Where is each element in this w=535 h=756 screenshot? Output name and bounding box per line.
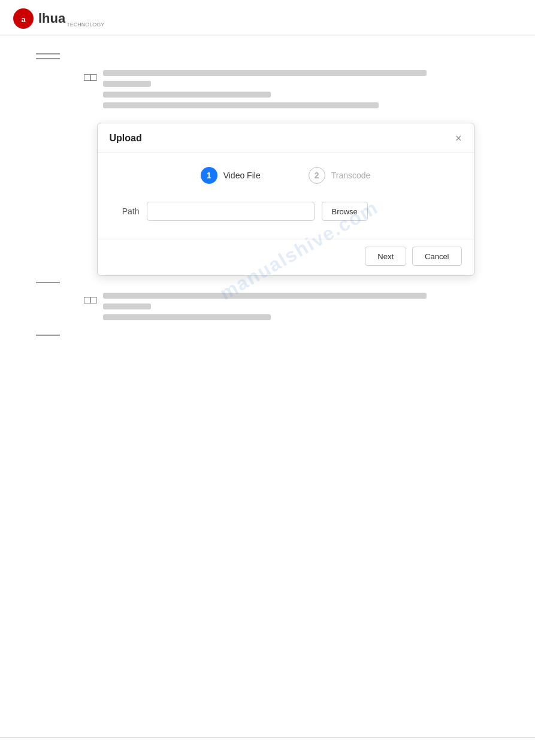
upload-dialog: Upload × 1 Video File 2 Transcode [97,123,474,276]
main-content: □□ Upload × 1 Video File [0,35,535,357]
step-1: 1 Video File [201,167,261,184]
logo-brand-text: lhua [38,11,65,26]
browse-button[interactable]: Browse [322,202,368,221]
text-line [103,293,427,299]
page-header: a lhua TECHNOLOGY [0,0,535,35]
steps-row: 1 Video File 2 Transcode [116,167,456,184]
svg-text:a: a [21,15,26,24]
text-line [103,314,271,320]
text-line [103,303,151,309]
note-icon-2: □□ [84,294,97,306]
separator-line-3 [36,282,499,283]
step-2-label: Transcode [331,171,371,180]
dialog-footer: Next Cancel [98,239,474,275]
note-icon-1: □□ [84,71,97,84]
next-button[interactable]: Next [365,247,406,266]
cancel-button[interactable]: Cancel [412,247,461,266]
path-row: Path Browse [116,202,456,221]
step-2-circle: 2 [309,167,325,184]
note-lines-1 [103,70,499,113]
logo-sub-text: TECHNOLOGY [67,22,104,30]
text-line [103,81,151,87]
separator-line-2 [36,58,499,59]
dialog-header: Upload × [98,123,474,153]
step-1-label: Video File [223,171,261,180]
dialog-body: 1 Video File 2 Transcode Path Browse [98,153,474,239]
text-line [103,92,271,98]
path-input[interactable] [147,202,315,221]
step-2: 2 Transcode [309,167,371,184]
logo: a lhua TECHNOLOGY [12,7,104,30]
dialog-close-button[interactable]: × [455,133,462,144]
footer-line [0,737,535,738]
text-line [103,102,379,108]
dialog-title: Upload [110,133,142,144]
note-lines-2 [103,293,499,325]
separator-line-4 [36,335,499,336]
path-label: Path [116,207,140,216]
dahua-logo-icon: a [12,7,35,30]
dialog-overlay: Upload × 1 Video File 2 Transcode [72,123,499,276]
note-block-2: □□ [84,293,499,325]
step-1-circle: 1 [201,167,217,184]
text-line [103,70,427,76]
separator-line-1 [36,53,499,54]
note-block-1: □□ [84,70,499,113]
